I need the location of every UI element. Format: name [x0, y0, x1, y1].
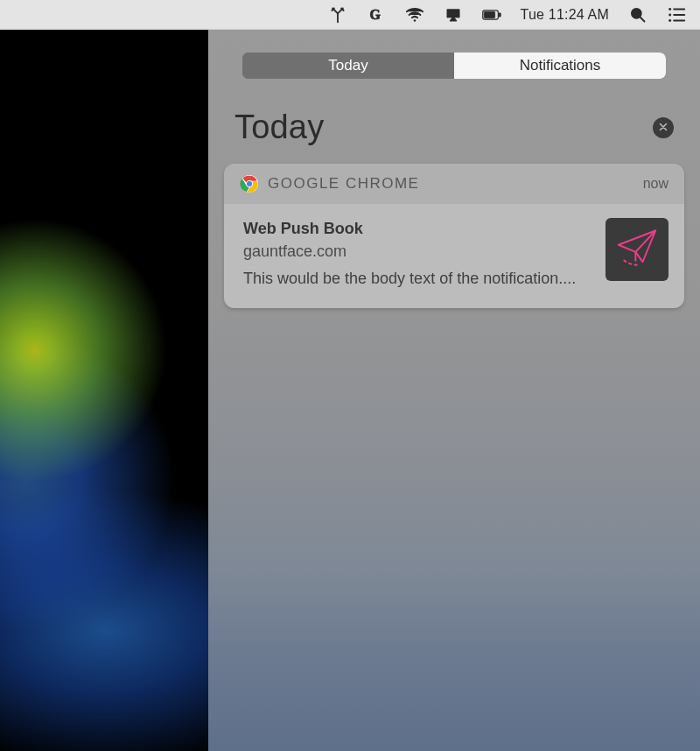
notification-site: gauntface.com [243, 241, 592, 262]
svg-point-7 [668, 13, 671, 16]
macos-menu-bar: G Tue 11:24 AM [0, 0, 700, 30]
chrome-icon [240, 174, 259, 193]
segmented-control: Today Notifications [242, 53, 666, 79]
svg-rect-4 [484, 11, 494, 18]
notification-card-header: GOOGLE CHROME now [224, 164, 684, 204]
clear-button[interactable] [653, 117, 674, 138]
notification-text: Web Push Book gauntface.com This would b… [243, 218, 592, 289]
google-menubar-icon[interactable]: G [367, 5, 386, 25]
notification-title: Web Push Book [243, 218, 592, 239]
spotlight-icon[interactable] [628, 5, 648, 25]
panel-heading-row: Today [208, 79, 700, 153]
airplay-icon[interactable] [444, 5, 463, 25]
wifi-icon[interactable] [405, 5, 424, 25]
notification-center-toggle-icon[interactable] [667, 5, 686, 25]
menu-extra-app-icon[interactable] [328, 5, 347, 25]
close-icon [658, 122, 668, 134]
notification-app-name: GOOGLE CHROME [268, 175, 634, 193]
notification-body: This would be the body text of the notif… [243, 268, 592, 289]
svg-rect-3 [499, 12, 500, 16]
tab-today[interactable]: Today [242, 53, 454, 79]
segmented-control-wrap: Today Notifications [208, 30, 700, 79]
tab-notifications[interactable]: Notifications [454, 53, 666, 79]
battery-icon[interactable] [482, 5, 501, 25]
paper-plane-icon [614, 225, 660, 274]
menubar-clock[interactable]: Tue 11:24 AM [521, 7, 609, 23]
panel-heading: Today [234, 109, 324, 146]
notification-timestamp: now [643, 176, 668, 192]
notification-image [606, 218, 668, 281]
svg-text:G: G [369, 7, 380, 22]
svg-point-1 [413, 19, 416, 22]
svg-point-8 [668, 18, 671, 21]
notification-center-panel: Today Notifications Today GOOGLE CHROME [208, 30, 700, 751]
notification-card-body: Web Push Book gauntface.com This would b… [224, 204, 684, 308]
svg-point-6 [668, 8, 671, 11]
notification-card[interactable]: GOOGLE CHROME now Web Push Book gauntfac… [224, 164, 684, 308]
desktop-wallpaper [0, 0, 208, 751]
